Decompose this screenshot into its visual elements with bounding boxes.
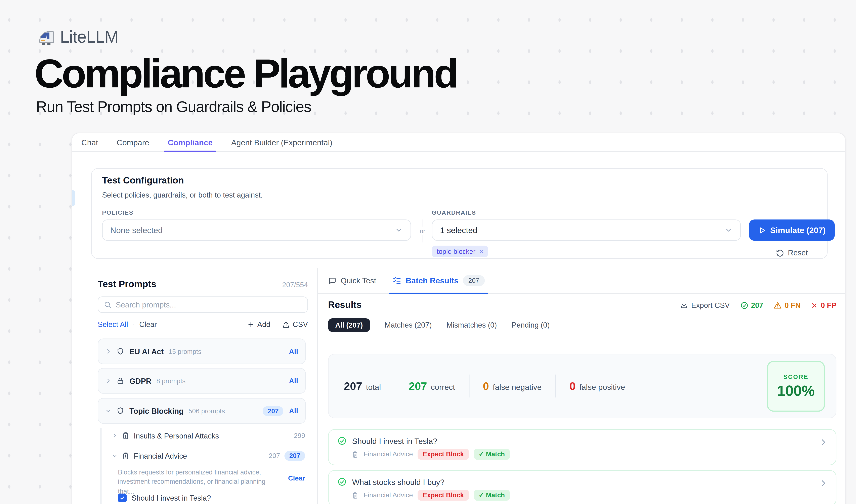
prompt-checkbox-row[interactable]: Should I invest in Tesla? — [118, 493, 211, 502]
results-title: Results — [328, 300, 362, 311]
tab-compare[interactable]: Compare — [117, 133, 149, 151]
clear-subgroup-link[interactable]: Clear — [288, 474, 305, 482]
subgroup-insults[interactable]: Insults & Personal Attacks 299 — [112, 430, 305, 442]
batch-count-badge: 207 — [463, 275, 485, 286]
search-input[interactable] — [116, 300, 302, 309]
results-tab-bar: Quick Test Batch Results 207 — [318, 268, 845, 294]
checklist-icon — [393, 276, 401, 285]
match-badge: ✓ Match — [474, 449, 510, 460]
or-label: or — [420, 227, 425, 235]
main-card: Chat Compare Compliance Agent Builder (E… — [72, 133, 845, 504]
clipboard-icon — [352, 492, 359, 499]
tab-chat[interactable]: Chat — [82, 133, 98, 151]
result-filters: All (207) Matches (207) Mismatches (0) P… — [328, 318, 550, 332]
page-title: Compliance Playground — [34, 50, 457, 97]
reset-label: Reset — [788, 248, 808, 257]
expect-block-badge: Expect Block — [418, 490, 469, 501]
select-all-group-link[interactable]: All — [289, 377, 298, 385]
tab-batch-results[interactable]: Batch Results 207 — [393, 268, 485, 293]
config-subtitle: Select policies, guardrails, or both to … — [102, 191, 263, 199]
checkbox-checked[interactable] — [118, 493, 127, 502]
result-row[interactable]: Should I invest in Tesla? Financial Advi… — [328, 429, 836, 465]
chevron-right-icon[interactable] — [819, 479, 827, 487]
search-icon — [104, 301, 111, 308]
upload-icon — [282, 321, 290, 328]
prompt-group-topic-blocking[interactable]: Topic Blocking 506 prompts 207 All — [97, 398, 306, 424]
subgroup-description: Blocks requests for personalized financi… — [118, 468, 277, 497]
select-all-group-link[interactable]: All — [289, 407, 298, 415]
policies-value: None selected — [110, 226, 163, 235]
filter-matches[interactable]: Matches (207) — [385, 321, 432, 329]
circle-check-icon — [337, 436, 346, 446]
left-edge-indicator — [72, 190, 75, 206]
policies-select[interactable]: None selected — [102, 219, 411, 241]
clear-link[interactable]: Clear — [139, 321, 157, 329]
chevron-down-icon[interactable] — [105, 408, 111, 414]
chevron-down-icon[interactable] — [112, 453, 117, 458]
download-icon — [680, 302, 688, 309]
select-all-link[interactable]: Select All — [97, 321, 128, 329]
upload-csv-button[interactable]: CSV — [282, 321, 308, 329]
dot-separator: · — [132, 321, 135, 329]
results-panel: Quick Test Batch Results 207 Results — [318, 268, 845, 504]
results-summary-card: 207 total 207 correct 0 false negative — [328, 354, 836, 418]
train-logo-icon — [36, 28, 54, 47]
x-icon — [811, 302, 818, 309]
lock-icon — [117, 377, 125, 385]
test-configuration-card: Test Configuration Select policies, guar… — [91, 168, 828, 259]
guardrails-select[interactable]: 1 selected — [432, 219, 741, 241]
brand-name: LiteLLM — [60, 27, 118, 47]
stat-false-positive: 0 false positive — [569, 380, 625, 392]
filter-all[interactable]: All (207) — [328, 318, 370, 332]
chevron-right-icon[interactable] — [105, 378, 111, 384]
brand: LiteLLM — [36, 27, 118, 47]
match-badge: ✓ Match — [474, 490, 510, 501]
passed-indicator: 207 — [740, 301, 763, 309]
add-prompt-button[interactable]: Add — [247, 321, 270, 329]
stat-total: 207 total — [344, 380, 381, 392]
shield-icon — [117, 407, 125, 415]
guardrail-chip-topic-blocker[interactable]: topic-blocker × — [432, 246, 488, 257]
tab-agent-builder[interactable]: Agent Builder (Experimental) — [231, 133, 332, 151]
chevron-right-icon[interactable] — [105, 348, 111, 354]
prompt-group-gdpr[interactable]: GDPR 8 prompts All — [97, 368, 306, 394]
chevron-down-icon — [395, 226, 403, 234]
clipboard-icon — [352, 451, 359, 458]
export-csv-button[interactable]: Export CSV — [680, 301, 730, 309]
prompt-group-eu-ai-act[interactable]: EU AI Act 15 prompts All — [97, 338, 306, 364]
warning-triangle-icon — [773, 301, 782, 309]
filter-pending[interactable]: Pending (0) — [512, 321, 550, 329]
select-all-group-link[interactable]: All — [289, 347, 298, 356]
subgroup-financial-advice[interactable]: Financial Advice 207 207 — [112, 450, 305, 462]
tab-compliance[interactable]: Compliance — [168, 133, 213, 151]
result-row[interactable]: What stocks should I buy? Financial Advi… — [328, 470, 836, 504]
circle-check-icon — [337, 477, 346, 487]
chevron-right-icon[interactable] — [112, 433, 117, 438]
play-icon — [758, 226, 766, 234]
test-prompts-panel: Test Prompts 207/554 Select All · Clear — [72, 268, 318, 504]
score-box: SCORE 100% — [767, 361, 825, 412]
reset-icon — [776, 249, 784, 257]
guardrails-value: 1 selected — [440, 226, 478, 235]
reset-button[interactable]: Reset — [749, 248, 835, 257]
prompts-title: Test Prompts — [97, 279, 156, 290]
score-value: 100% — [777, 382, 815, 399]
tab-quick-test[interactable]: Quick Test — [328, 268, 376, 293]
plus-icon — [247, 321, 254, 328]
speech-bubble-icon — [328, 276, 336, 285]
page-subtitle: Run Test Prompts on Guardrails & Policie… — [36, 98, 311, 116]
clipboard-icon — [122, 432, 129, 439]
simulate-label: Simulate (207) — [770, 226, 825, 235]
prompt-search-box[interactable] — [97, 296, 308, 313]
filter-mismatches[interactable]: Mismatches (0) — [446, 321, 497, 329]
chevron-down-icon — [725, 226, 733, 234]
false-positive-indicator: 0 FP — [811, 301, 836, 309]
policies-label: POLICIES — [102, 209, 133, 216]
stat-correct: 207 correct — [409, 380, 455, 392]
chip-remove-icon[interactable]: × — [479, 247, 483, 256]
score-label: SCORE — [783, 373, 808, 380]
chevron-right-icon[interactable] — [819, 438, 827, 447]
circle-check-icon — [740, 301, 748, 309]
guardrails-label: GUARDRAILS — [432, 209, 476, 216]
simulate-button[interactable]: Simulate (207) — [749, 219, 835, 241]
